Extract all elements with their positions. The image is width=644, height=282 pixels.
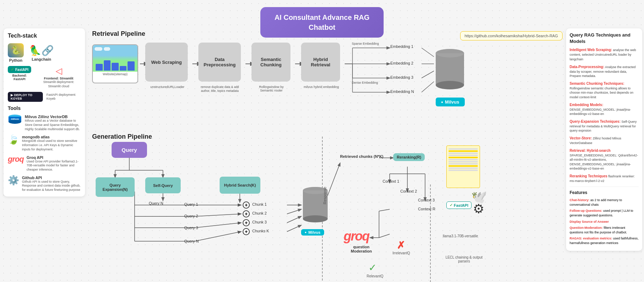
technique-7-title: Reranking Techniques bbox=[570, 174, 608, 178]
query-n: Query N bbox=[184, 239, 199, 243]
chunk-1: Chunk 1 bbox=[252, 202, 267, 206]
hybrid-retrieval-box: Hybrid Retrieval bbox=[301, 43, 340, 82]
question-moderation: question Moderation bbox=[344, 245, 379, 253]
svg-line-16 bbox=[422, 48, 434, 57]
svg-rect-58 bbox=[436, 53, 464, 85]
svg-line-41 bbox=[287, 225, 301, 232]
technique-embedding: Embedding Models: DENSE_EMBEDDING_MODEL:… bbox=[570, 103, 639, 116]
rag-techniques-panel: Query RAG Techniques and Models Intellig… bbox=[566, 28, 642, 251]
plus-k: + bbox=[243, 228, 250, 235]
query-expansion-box: Query Expansion(N) bbox=[96, 177, 135, 197]
chunk-2: Chunk 2 bbox=[252, 211, 267, 215]
milvus-icon: milvus bbox=[8, 114, 22, 125]
reranking-box: Reranking(R) bbox=[393, 153, 425, 161]
query-box: Query bbox=[112, 142, 147, 158]
technique-chunking: Semantic Chunking Techniques: Rollingwin… bbox=[570, 81, 639, 100]
technique-0-title: Intelligent Web Scraping: bbox=[570, 48, 612, 52]
technique-1-title: Data-Preprocessing: bbox=[570, 65, 604, 69]
python-label: Python bbox=[8, 58, 24, 62]
tools-section: Tools milvus Milvus Zillinz VectorDB Mil… bbox=[8, 105, 81, 192]
retrieval-db bbox=[434, 48, 466, 95]
svg-point-63 bbox=[303, 215, 328, 222]
streamlit-desc: Streamlit deployment: Streamlit cloud bbox=[36, 80, 81, 88]
fastapi-icon: ✓ FastAPI bbox=[8, 66, 31, 73]
github-icon: ⚙️ bbox=[8, 175, 19, 186]
lecl-label: LECL chaining & output parsers bbox=[443, 255, 485, 263]
website-label: Website(sitemap) bbox=[93, 72, 137, 77]
plus-1: + bbox=[243, 201, 250, 209]
irrelevant-label: IrrelevantQ bbox=[392, 251, 410, 255]
frontend-label: Frontend: Streamlit bbox=[36, 77, 81, 80]
doc-preview bbox=[446, 145, 480, 188]
technique-5-title: Vector-Store: bbox=[570, 136, 592, 140]
embedding-1: Embedding 1 bbox=[390, 44, 413, 49]
github-desc: Github API is used to store Query, Respo… bbox=[22, 180, 81, 192]
feature-moderation: Question-Moderation: filters irrelevant … bbox=[570, 226, 639, 234]
technique-6-desc: SPARSE_EMBEDDING_MODEL: Qdrant/bm42-all-… bbox=[570, 154, 638, 171]
tech-item-python-langchain: 🐍 Python 🦜🔗 Langchain bbox=[8, 43, 81, 62]
hybrid-retrieval-label: milvus hybrid embedding bbox=[302, 85, 340, 89]
embedding-n: Embedding N bbox=[390, 89, 414, 94]
query-n-label: Query N bbox=[149, 201, 163, 205]
main-title: AI Consultant Advance RAG Chatbot bbox=[260, 7, 384, 38]
feature-chat-history: Chat-history: as 2 to add memory to conv… bbox=[570, 198, 639, 207]
plus-2: + bbox=[243, 210, 250, 217]
rag-heading: Query RAG Techniques and Models bbox=[570, 32, 639, 45]
groq-desc: Used Grow API provider forllama3.1-70B-v… bbox=[27, 160, 81, 172]
feature-followup: Follow-up Questions: used prompt | LLM t… bbox=[570, 209, 639, 217]
backend-label: Backend: FastAPI bbox=[8, 74, 31, 81]
query-2: Query 2 bbox=[184, 214, 198, 218]
github-main-icon: ⚙ bbox=[473, 201, 484, 216]
fastapi-main-badge: ✓ FastAPI bbox=[446, 201, 471, 209]
milvus-badge-retrieval: ● Milvus bbox=[436, 98, 465, 106]
svg-line-28 bbox=[195, 223, 241, 228]
technique-2-desc: Rollingwindow semantic chunking allows t… bbox=[570, 87, 633, 99]
milvus-desc: Milvus used as a Vector database to Stor… bbox=[25, 119, 81, 131]
svg-line-52 bbox=[379, 234, 390, 238]
groq-label: Groq API bbox=[27, 155, 81, 160]
plus-3: + bbox=[243, 219, 250, 226]
mongodb-icon: 🍃 bbox=[8, 134, 19, 145]
svg-point-60 bbox=[436, 49, 464, 57]
web-scraping-box: Web Scraping bbox=[145, 43, 188, 82]
langchain-icon: 🦜🔗 bbox=[29, 45, 54, 56]
python-icon: 🐍 bbox=[8, 43, 24, 57]
chunk-3: Chunk 3 bbox=[252, 220, 267, 224]
context-1: Context 1 bbox=[383, 179, 399, 183]
koyeb-icon: ▶ DEPLOY TO KOYEB bbox=[8, 92, 43, 102]
streamlit-icon: ◁ bbox=[36, 66, 81, 76]
groq-main-logo: groq bbox=[344, 229, 369, 244]
context-2: Context 2 bbox=[400, 189, 417, 193]
generation-pipeline-title: Generation Pipeline bbox=[92, 133, 152, 140]
koyeb-label: FastAPI deployment: Koyeb bbox=[46, 93, 81, 101]
groq-icon: groq bbox=[8, 155, 24, 164]
technique-vector-store: Vector-Store: Zillinz hosted Milvus Vect… bbox=[570, 136, 639, 145]
feature-source: Display Source of Answer bbox=[570, 220, 639, 224]
github-label: Github API bbox=[22, 176, 81, 180]
svg-line-40 bbox=[287, 216, 301, 223]
retrieval-pipeline-title: Retrieval Pipeline bbox=[92, 30, 145, 38]
relevant-label: RelevantQ bbox=[367, 274, 383, 278]
web-scraping-label: unstructuredURLLoader bbox=[147, 85, 188, 89]
dense-embedding-label: Dense Embedding bbox=[352, 81, 378, 84]
technique-3-title: Embedding Models: bbox=[570, 103, 603, 107]
sparse-embedding-label: Sparse Embedding bbox=[352, 42, 379, 45]
chunk-k: Chunks K bbox=[252, 229, 269, 233]
semantic-chunking-box: Semantic Chunking bbox=[252, 43, 290, 82]
langchain-label: Langchain bbox=[29, 57, 54, 61]
svg-line-27 bbox=[195, 214, 241, 216]
irrelevant-x: ✗ bbox=[397, 239, 405, 251]
mongodb-desc: MongoDB cloud used to store sensitive In… bbox=[22, 139, 81, 151]
technique-query-expansion: Query-Expansion Techniques: Self-Query r… bbox=[570, 119, 639, 133]
data-preprocessing-box: Data Preprocessing bbox=[198, 43, 241, 82]
technique-3-desc: DENSE_EMBEDDING_MODEL: jinaai/jina-embed… bbox=[570, 108, 631, 116]
technique-web-scraping: Intelligent Web Scraping: analyse the we… bbox=[570, 48, 639, 61]
technique-reranking: Reranking Techniques flashrank reranker:… bbox=[570, 174, 639, 183]
hybrid-search-box: Hybrid Search(K) bbox=[220, 177, 260, 194]
website-box: Website(sitemap) bbox=[92, 44, 138, 83]
github-link[interactable]: https://github.com/kolhesamiksha/Hybrid-… bbox=[460, 31, 563, 40]
embedding-2: Embedding 2 bbox=[390, 61, 413, 65]
data-preprocessing-label: remove duplicate data & add author, titl… bbox=[199, 85, 240, 93]
svg-line-55 bbox=[379, 209, 390, 211]
milvus-label: Milvus Zillinz VectorDB bbox=[25, 115, 81, 119]
